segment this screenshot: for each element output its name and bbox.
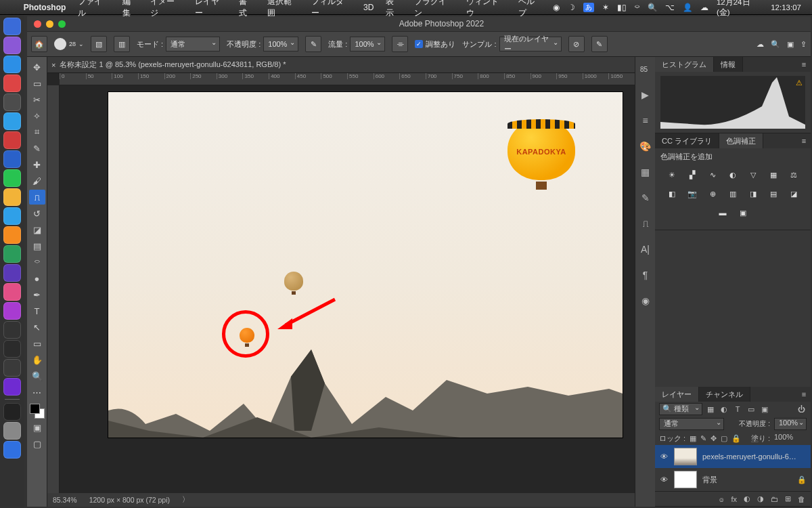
tab-layers[interactable]: レイヤー xyxy=(655,387,699,402)
dock-app-0[interactable] xyxy=(3,18,21,35)
strip-play-icon[interactable]: ▶ xyxy=(639,88,652,102)
layer-thumbnail[interactable] xyxy=(674,471,697,488)
photo-filter-icon[interactable]: 📷 xyxy=(685,188,699,200)
zoom-level[interactable]: 85.34% xyxy=(53,496,77,504)
dock-app-6[interactable] xyxy=(3,131,21,149)
layer-row-0[interactable]: 👁 pexels-meruyert-gonullu-6243811 xyxy=(655,445,811,468)
brush-tool[interactable]: 🖌 xyxy=(29,173,45,188)
layer-thumbnail[interactable] xyxy=(674,448,697,465)
control-center-icon[interactable]: ⌥ xyxy=(661,3,679,12)
strip-sliders-icon[interactable]: ≡ xyxy=(639,114,652,127)
status-dnd-icon[interactable]: ☽ xyxy=(564,3,579,12)
filter-adj-icon[interactable]: ◐ xyxy=(719,405,729,414)
tab-cclibrary[interactable]: CC ライブラリ xyxy=(655,133,719,148)
threshold-icon[interactable]: ◪ xyxy=(787,188,800,200)
history-brush-tool[interactable]: ↺ xyxy=(29,206,45,221)
workspace-icon[interactable]: ▣ xyxy=(787,40,794,49)
exposure-icon[interactable]: ◐ xyxy=(726,169,740,181)
document-canvas[interactable]: KAPADOKYA xyxy=(108,92,623,438)
window-close-button[interactable] xyxy=(34,20,41,28)
panel-menu-icon[interactable]: ≡ xyxy=(797,57,811,72)
status-more[interactable]: 〉 xyxy=(182,495,189,505)
ignore-adj-button[interactable]: ⊘ xyxy=(568,36,585,52)
tab-channels[interactable]: チャンネル xyxy=(699,387,750,402)
filter-type-icon[interactable]: T xyxy=(732,405,743,413)
quickmask-toggle[interactable]: ▣ xyxy=(29,420,45,435)
opacity-pressure-button[interactable]: ✎ xyxy=(305,36,321,52)
wand-tool[interactable]: ✧ xyxy=(29,108,45,123)
marquee-tool[interactable]: ▭ xyxy=(29,76,45,91)
strip-palette-icon[interactable]: 🎨 xyxy=(639,140,652,153)
window-minimize-button[interactable] xyxy=(46,20,53,28)
airbrush-button[interactable]: ⌯ xyxy=(392,36,408,52)
strip-brush-icon[interactable]: ✎ xyxy=(639,191,652,205)
hand-tool[interactable]: ✋ xyxy=(29,352,45,367)
type-tool[interactable]: T xyxy=(29,303,45,318)
menu-3d[interactable]: 3D xyxy=(357,3,380,12)
cc-cloud-icon[interactable]: ☁︎ xyxy=(696,3,713,12)
blur-tool[interactable]: ⌔ xyxy=(29,255,45,270)
filter-pixel-icon[interactable]: ▦ xyxy=(705,405,716,414)
dock-app-3[interactable] xyxy=(3,75,21,92)
panel-menu-icon[interactable]: ≡ xyxy=(797,133,811,148)
aligned-checkbox[interactable]: ✓ xyxy=(415,40,423,48)
bw-icon[interactable]: ◧ xyxy=(665,188,679,200)
dock-app-8[interactable] xyxy=(3,169,21,187)
pressure-size-button[interactable]: ✎ xyxy=(591,36,608,52)
channel-mixer-icon[interactable]: ⊕ xyxy=(706,188,719,200)
strip-paragraph-icon[interactable]: ¶ xyxy=(639,268,652,282)
lock-pixels-icon[interactable]: ▦ xyxy=(690,434,696,443)
curves-icon[interactable]: ∿ xyxy=(706,169,719,181)
layer-opacity-dropdown[interactable]: 100% xyxy=(774,418,807,430)
zoom-tool[interactable]: 🔍 xyxy=(29,368,45,383)
dock-app-7[interactable] xyxy=(3,150,21,168)
eyedropper-tool[interactable]: ✎ xyxy=(29,141,45,156)
new-adj-icon[interactable]: ◑ xyxy=(757,494,764,503)
sample-dropdown[interactable]: 現在のレイヤー xyxy=(499,37,562,51)
filter-smart-icon[interactable]: ▣ xyxy=(759,405,770,414)
visibility-toggle[interactable]: 👁 xyxy=(659,475,669,484)
app-name[interactable]: Photoshop xyxy=(18,3,72,12)
dock-app-2[interactable] xyxy=(3,56,21,73)
gradient-tool[interactable]: ▤ xyxy=(29,238,45,253)
strip-swatches-icon[interactable]: ▦ xyxy=(639,165,652,179)
lock-all-icon[interactable]: 🔒 xyxy=(731,434,741,443)
opacity-dropdown[interactable]: 100% xyxy=(263,37,298,51)
edit-toolbar[interactable]: ⋯ xyxy=(29,385,45,400)
pen-tool[interactable]: ✒ xyxy=(29,287,45,302)
layer-fx-icon[interactable]: fx xyxy=(731,495,737,503)
doc-size[interactable]: 1200 px × 800 px (72 ppi) xyxy=(89,496,170,504)
user-icon[interactable]: 👤 xyxy=(679,3,696,12)
layer-mask-icon[interactable]: ◐ xyxy=(744,494,750,503)
crop-tool[interactable]: ⌗ xyxy=(29,125,45,140)
bluetooth-icon[interactable]: ✶ xyxy=(598,3,613,12)
dock-app-5[interactable] xyxy=(3,112,21,130)
dodge-tool[interactable]: ● xyxy=(29,271,45,286)
menubar-time[interactable]: 12:13:07 xyxy=(767,3,805,12)
blend-mode-dropdown[interactable]: 通常 xyxy=(659,418,724,430)
strip-85-icon[interactable]: 85 xyxy=(639,62,652,76)
dock-app-13[interactable] xyxy=(3,264,21,282)
shape-tool[interactable]: ▭ xyxy=(29,336,45,351)
dock-app-9[interactable] xyxy=(3,188,21,206)
home-button[interactable]: 🏠 xyxy=(31,36,47,52)
filter-shape-icon[interactable]: ▭ xyxy=(746,405,757,414)
dock-app-11[interactable] xyxy=(3,226,21,244)
ruler-horizontal[interactable]: 0501001502002503003504004505005506006507… xyxy=(60,73,635,85)
clone-stamp-tool[interactable]: ⎍ xyxy=(29,190,45,205)
color-swatch[interactable] xyxy=(30,404,45,419)
strip-clone-icon[interactable]: ⎍ xyxy=(639,217,652,230)
close-tab-icon[interactable]: × xyxy=(51,61,55,69)
dock-app-16[interactable] xyxy=(3,321,21,339)
dock-app-20[interactable] xyxy=(3,403,21,421)
share-cloud-icon[interactable]: ☁︎ xyxy=(757,40,764,49)
clone-source-button[interactable]: ▥ xyxy=(114,36,130,52)
mode-dropdown[interactable]: 通常 xyxy=(166,37,220,51)
brightness-icon[interactable]: ☀ xyxy=(665,169,679,181)
move-tool[interactable]: ✥ xyxy=(29,60,45,75)
posterize-icon[interactable]: ▤ xyxy=(767,188,780,200)
strip-type-icon[interactable]: A| xyxy=(639,242,652,256)
path-select-tool[interactable]: ↖ xyxy=(29,320,45,335)
new-group-icon[interactable]: 🗀 xyxy=(771,495,778,503)
brush-preset[interactable]: 28 ⌄ xyxy=(54,38,84,50)
